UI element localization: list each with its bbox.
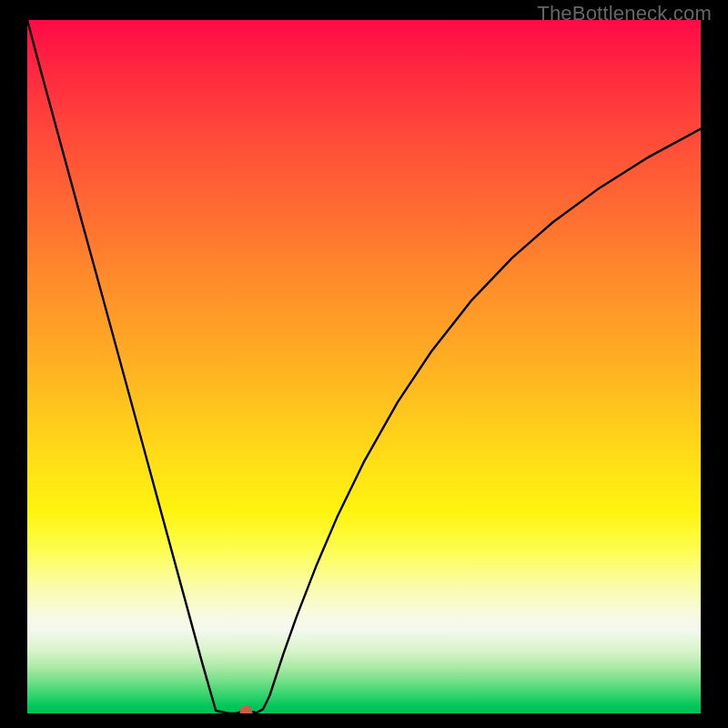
- bottleneck-curve: [27, 20, 701, 713]
- optimal-point-marker: [240, 705, 253, 713]
- curve-overlay: [27, 20, 701, 713]
- watermark-text: TheBottleneck.com: [537, 2, 712, 25]
- chart-frame: TheBottleneck.com: [0, 0, 728, 728]
- gradient-plot-area: [27, 20, 701, 713]
